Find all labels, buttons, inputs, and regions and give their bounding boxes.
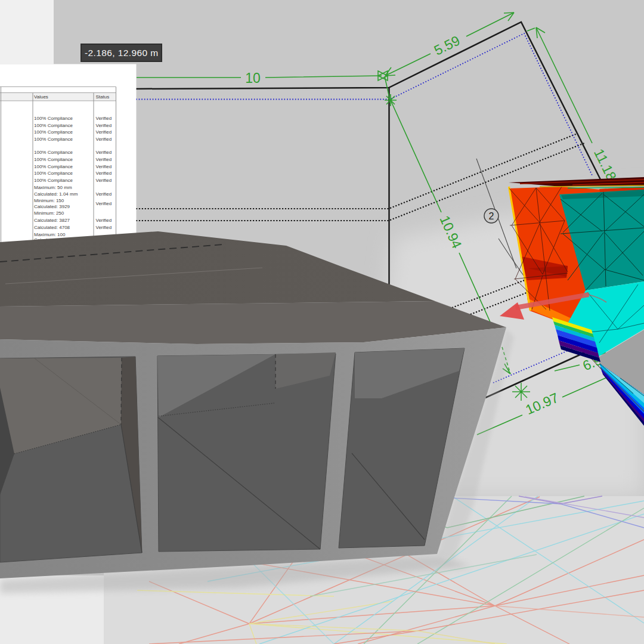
svg-text:5.59: 5.59 xyxy=(432,32,463,58)
svg-text:Verified: Verified xyxy=(96,116,112,121)
svg-text:Verified: Verified xyxy=(96,171,112,176)
svg-text:Calculated: 3929: Calculated: 3929 xyxy=(34,204,70,209)
svg-text:2: 2 xyxy=(489,211,494,221)
svg-text:10: 10 xyxy=(245,70,261,86)
svg-text:Verified: Verified xyxy=(96,129,112,135)
svg-text:Verified: Verified xyxy=(96,137,112,142)
svg-text:-2.186, 12.960 m: -2.186, 12.960 m xyxy=(85,48,159,58)
svg-text:Status: Status xyxy=(96,94,110,100)
svg-text:Maximum: 100: Maximum: 100 xyxy=(34,232,66,237)
svg-text:Verified: Verified xyxy=(96,150,112,155)
svg-text:Verified: Verified xyxy=(96,178,112,183)
svg-text:100% Compliance: 100% Compliance xyxy=(34,129,73,135)
svg-text:Verified: Verified xyxy=(96,123,112,128)
svg-text:100% Compliance: 100% Compliance xyxy=(34,178,73,183)
svg-text:Values: Values xyxy=(34,94,48,100)
svg-text:Calculated: 3827: Calculated: 3827 xyxy=(34,218,70,223)
svg-text:Minimum: 150: Minimum: 150 xyxy=(34,198,64,203)
svg-text:100% Compliance: 100% Compliance xyxy=(34,171,73,176)
svg-text:100% Compliance: 100% Compliance xyxy=(34,116,73,121)
svg-text:Calculated: 1.04 mm: Calculated: 1.04 mm xyxy=(34,191,78,197)
svg-text:Verified: Verified xyxy=(96,201,112,206)
svg-text:100% Compliance: 100% Compliance xyxy=(34,137,73,142)
svg-text:Verified: Verified xyxy=(96,225,112,230)
svg-text:100% Compliance: 100% Compliance xyxy=(34,123,73,128)
svg-text:100% Compliance: 100% Compliance xyxy=(34,150,73,155)
svg-text:100% Compliance: 100% Compliance xyxy=(34,164,73,169)
svg-text:Verified: Verified xyxy=(96,157,112,162)
svg-text:100% Compliance: 100% Compliance xyxy=(34,157,73,162)
svg-text:11.18: 11.18 xyxy=(591,146,620,183)
svg-text:Verified: Verified xyxy=(96,191,112,197)
svg-text:Verified: Verified xyxy=(96,218,112,223)
svg-text:Calculated: 4708: Calculated: 4708 xyxy=(34,225,70,230)
svg-text:Maximum: 50 mm: Maximum: 50 mm xyxy=(34,185,72,190)
svg-text:Verified: Verified xyxy=(96,164,112,169)
svg-text:Minimum: 250: Minimum: 250 xyxy=(34,210,64,216)
